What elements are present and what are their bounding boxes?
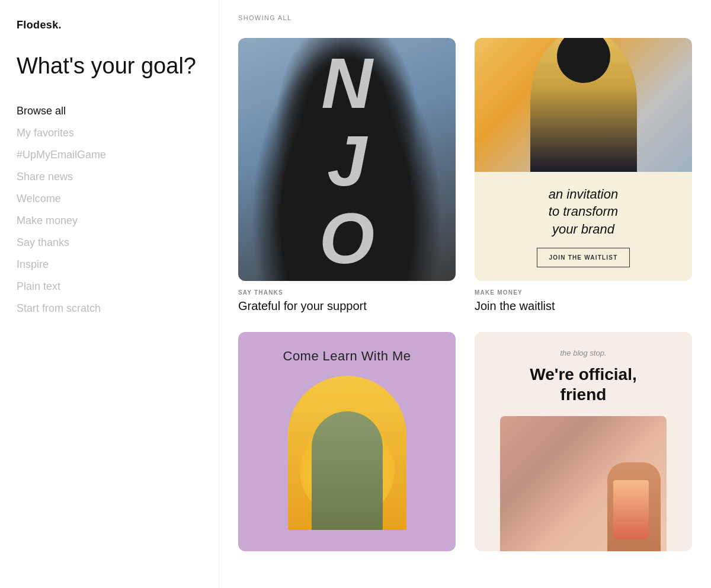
sidebar-item-make-money[interactable]: Make money: [17, 211, 202, 231]
template-card-1[interactable]: BONJOUR SAY THANKS Grateful for your sup…: [238, 38, 456, 313]
sidebar-item-plain-text[interactable]: Plain text: [17, 277, 202, 296]
page-title: What's your goal?: [17, 53, 202, 80]
template-card-2[interactable]: an invitation to transform your brand JO…: [475, 38, 692, 313]
sidebar-item-browse-all[interactable]: Browse all: [17, 101, 202, 121]
sidebar-item-my-favorites[interactable]: My favorites: [17, 123, 202, 143]
card-2-text-area: an invitation to transform your brand JO…: [523, 172, 645, 282]
card-3-title: Come Learn With Me: [283, 349, 411, 364]
card-2-title: Join the waitlist: [475, 299, 692, 313]
sidebar-item-welcome[interactable]: Welcome: [17, 189, 202, 209]
template-grid: BONJOUR SAY THANKS Grateful for your sup…: [238, 38, 692, 563]
card-4-glass: [613, 480, 649, 539]
card-4-photo: [500, 416, 667, 551]
card-2-tag: MAKE MONEY: [475, 289, 692, 296]
card-4-bg: the blog stop. We're official, friend: [475, 332, 692, 551]
card-1-bg: BONJOUR: [238, 38, 456, 281]
sidebar-item-inspire[interactable]: Inspire: [17, 255, 202, 274]
card-3-arch: [288, 376, 406, 530]
card-4-headline: We're official, friend: [530, 365, 636, 404]
sidebar-item-up-my-email-game[interactable]: #UpMyEmailGame: [17, 145, 202, 165]
main-content: SHOWING ALL BONJOUR SAY THANKS Grateful …: [219, 0, 711, 588]
showing-label: SHOWING ALL: [238, 14, 692, 21]
sidebar: Flodesk. What's your goal? Browse allMy …: [0, 0, 219, 588]
template-card-3[interactable]: Come Learn With Me: [238, 332, 456, 563]
card-4-image: the blog stop. We're official, friend: [475, 332, 692, 551]
card-1-image: BONJOUR: [238, 38, 456, 281]
card-1-overlay: BONJOUR: [238, 38, 456, 281]
card-1-title: Grateful for your support: [238, 299, 456, 313]
card-3-bg: Come Learn With Me: [238, 332, 456, 551]
nav-list: Browse allMy favorites#UpMyEmailGameShar…: [17, 101, 202, 318]
card-2-image: an invitation to transform your brand JO…: [475, 38, 692, 281]
card-2-bg: an invitation to transform your brand JO…: [475, 38, 692, 281]
card-1-tag: SAY THANKS: [238, 289, 456, 296]
card-4-blog-label: the blog stop.: [560, 349, 606, 357]
bonjour-text: BONJOUR: [319, 38, 376, 281]
sidebar-item-start-from-scratch[interactable]: Start from scratch: [17, 299, 202, 318]
sidebar-item-say-thanks[interactable]: Say thanks: [17, 233, 202, 253]
template-card-4[interactable]: the blog stop. We're official, friend: [475, 332, 692, 563]
card-2-photo: [475, 38, 692, 172]
sidebar-item-share-news[interactable]: Share news: [17, 167, 202, 187]
logo: Flodesk.: [17, 19, 202, 31]
join-waitlist-button[interactable]: JOIN THE WAITLIST: [537, 248, 630, 267]
card-3-figure: [312, 411, 383, 530]
card-2-invite-text: an invitation to transform your brand: [549, 186, 618, 238]
card-3-image: Come Learn With Me: [238, 332, 456, 551]
